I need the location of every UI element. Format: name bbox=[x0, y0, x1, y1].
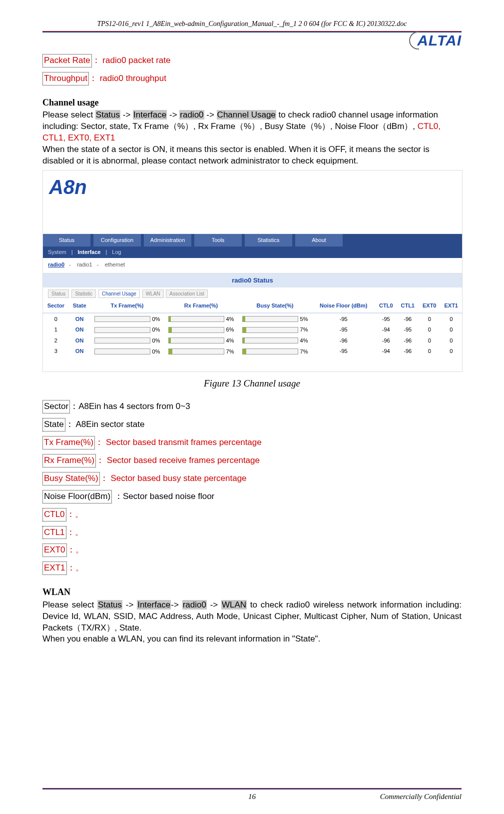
progress-bar bbox=[94, 316, 150, 322]
table-header-row: Sector State Tx Frame(%) Rx Frame(%) Bus… bbox=[43, 299, 462, 313]
arrow: -> bbox=[122, 600, 137, 610]
progress-bar bbox=[94, 348, 150, 354]
cell-nf: -95 bbox=[312, 313, 375, 324]
bar-cell: 5% bbox=[238, 313, 312, 324]
tx-label: Tx Frame(%) bbox=[42, 436, 95, 450]
bar-value: 0% bbox=[152, 348, 160, 356]
ss-spacer bbox=[43, 210, 462, 234]
bar-cell: 7% bbox=[164, 346, 238, 357]
arrow: -> bbox=[120, 110, 133, 120]
heading-channel-usage: Channel usage bbox=[42, 96, 462, 108]
bar-cell: 0% bbox=[90, 335, 164, 346]
sub-nav: System| Interface| Log bbox=[43, 246, 462, 258]
cell-ext1: 0 bbox=[440, 335, 462, 346]
subnav-log[interactable]: Log bbox=[112, 248, 121, 256]
iface-radio0[interactable]: radio0 bbox=[48, 262, 64, 268]
cell-ext1: 0 bbox=[440, 313, 462, 324]
table-row: 0ON0%4%5%-95-95-9600 bbox=[43, 313, 462, 324]
subnav-system[interactable]: System bbox=[48, 248, 66, 256]
def-ext0: EXT0：。 bbox=[42, 544, 462, 557]
nav-wlan-chip: WLAN bbox=[221, 600, 247, 610]
tab-association-list[interactable]: Association List bbox=[166, 290, 207, 298]
bar-cell: 4% bbox=[164, 335, 238, 346]
device-brand: A8n bbox=[43, 170, 462, 210]
bar-value: 7% bbox=[300, 326, 308, 334]
page-footer: 16 Commercially Confidential bbox=[42, 788, 462, 801]
cell-ctl1: -96 bbox=[397, 335, 419, 346]
subnav-interface[interactable]: Interface bbox=[78, 248, 101, 256]
nav-radio0-chip: radio0 bbox=[182, 600, 207, 610]
nav-tools[interactable]: Tools bbox=[194, 234, 242, 246]
panel-title: radio0 Status bbox=[43, 274, 462, 288]
ctl0-dot: 。 bbox=[75, 510, 83, 519]
progress-bar bbox=[242, 338, 298, 344]
def-ctl1: CTL1：。 bbox=[42, 526, 462, 540]
arrow: -> bbox=[204, 110, 217, 120]
channel-usage-p2: When the state of a sector is ON, it mea… bbox=[42, 144, 462, 167]
th-ext1: EXT1 bbox=[440, 299, 462, 313]
tab-channel-usage[interactable]: Channel Usage bbox=[98, 290, 140, 298]
content-body: Packet Rate： radio0 packet rate Throughp… bbox=[42, 54, 462, 645]
rx-label: Rx Frame(%) bbox=[42, 454, 96, 468]
heading-wlan: WLAN bbox=[42, 586, 462, 598]
tab-status[interactable]: Status bbox=[48, 290, 69, 298]
nav-statistics[interactable]: Statistics bbox=[245, 234, 292, 246]
cell-state: ON bbox=[69, 346, 90, 357]
bar-value: 6% bbox=[226, 326, 234, 334]
arrow: -> bbox=[207, 600, 221, 610]
confidential-label: Commercially Confidential bbox=[362, 792, 462, 801]
nav-status[interactable]: Status bbox=[43, 234, 90, 246]
ctl0-label: CTL0 bbox=[42, 508, 66, 522]
th-ctl1: CTL1 bbox=[397, 299, 419, 313]
bar-value: 4% bbox=[226, 337, 234, 344]
ext1-label: EXT1 bbox=[42, 562, 67, 575]
th-ext0: EXT0 bbox=[419, 299, 440, 313]
iface-radio1[interactable]: radio1 bbox=[77, 262, 92, 268]
bar-value: 5% bbox=[300, 316, 308, 323]
cell-ctl0: -95 bbox=[375, 313, 397, 324]
cell-nf: -95 bbox=[312, 346, 375, 357]
th-ctl0: CTL0 bbox=[375, 299, 397, 313]
interface-selector: radio0 - radio1 - ethernet bbox=[43, 258, 462, 274]
progress-bar bbox=[242, 316, 298, 322]
def-state: State： A8Ein sector state bbox=[42, 418, 462, 432]
th-tx: Tx Frame(%) bbox=[90, 299, 164, 313]
cell-sector: 1 bbox=[43, 324, 69, 336]
text: Please select bbox=[42, 110, 95, 120]
iface-ethernet[interactable]: ethernet bbox=[105, 262, 125, 268]
nav-radio0-chip: radio0 bbox=[179, 110, 204, 120]
channel-usage-p1: Please select Status -> Interface -> rad… bbox=[42, 110, 462, 144]
cell-ext0: 0 bbox=[419, 335, 440, 346]
altai-logo: ALTAI bbox=[409, 32, 462, 50]
table-row: 1ON0%6%7%-95-94-9500 bbox=[43, 324, 462, 336]
nav-about[interactable]: About bbox=[295, 234, 343, 246]
tab-statistic[interactable]: Statistic bbox=[71, 290, 96, 298]
packet-rate-desc: radio0 packet rate bbox=[102, 56, 170, 65]
cell-state: ON bbox=[69, 324, 90, 336]
cell-nf: -96 bbox=[312, 335, 375, 346]
def-ctl0: CTL0：。 bbox=[42, 508, 462, 522]
progress-bar bbox=[168, 348, 224, 354]
ctl1-label: CTL1 bbox=[42, 526, 66, 540]
wlan-p1: Please select Status -> Interface-> radi… bbox=[42, 600, 462, 634]
table-row: 2ON0%4%4%-96-96-9600 bbox=[43, 335, 462, 346]
th-busy: Busy State(%) bbox=[238, 299, 312, 313]
cell-state: ON bbox=[69, 335, 90, 346]
def-sector: Sector：A8Ein has 4 sectors from 0~3 bbox=[42, 400, 462, 414]
bar-value: 4% bbox=[300, 337, 308, 344]
nf-desc: Sector based noise floor bbox=[123, 492, 214, 501]
ext1-dot: 。 bbox=[75, 563, 84, 572]
nav-status-chip: Status bbox=[95, 110, 120, 120]
nav-status-chip: Status bbox=[97, 600, 122, 610]
progress-bar bbox=[94, 338, 150, 344]
nav-channel-usage-chip: Channel Usage bbox=[217, 110, 276, 120]
nav-interface-chip: Interface bbox=[137, 600, 171, 610]
nav-administration[interactable]: Administration bbox=[144, 234, 191, 246]
cell-ext0: 0 bbox=[419, 313, 440, 324]
embedded-screenshot: A8n Status Configuration Administration … bbox=[42, 170, 463, 372]
bar-cell: 6% bbox=[164, 324, 238, 336]
nav-configuration[interactable]: Configuration bbox=[93, 234, 141, 246]
tab-wlan[interactable]: WLAN bbox=[142, 290, 164, 298]
cell-ctl1: -96 bbox=[397, 313, 419, 324]
channel-usage-table: Sector State Tx Frame(%) Rx Frame(%) Bus… bbox=[43, 299, 462, 356]
